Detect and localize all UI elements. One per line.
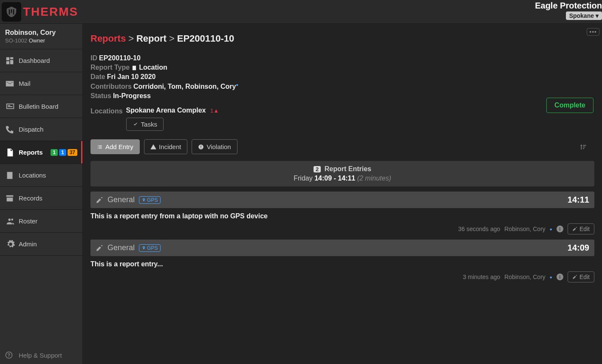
info-icon[interactable]: i (557, 274, 563, 280)
svg-rect-3 (201, 145, 201, 147)
caret-down-icon: ▾ (596, 12, 599, 19)
entries-count-badge: 2 (314, 166, 321, 172)
sidebar-item-label: Reports (19, 149, 51, 156)
sidebar-item-roster[interactable]: Roster (0, 210, 82, 233)
entry-time: 14:11 (568, 195, 589, 205)
sidebar-item-dispatch[interactable]: Dispatch (0, 118, 82, 141)
more-options-button[interactable]: ••• (587, 28, 599, 36)
entries-day: Friday (294, 175, 312, 182)
breadcrumb-mid: Report (136, 33, 167, 44)
admin-icon (5, 240, 19, 249)
edit-icon (572, 226, 577, 231)
mail-icon (5, 79, 19, 88)
locations-row: Locations Spokane Arena Complex 1▲ Tasks (83, 105, 602, 133)
entry-header[interactable]: General GPS 14:11 (90, 192, 594, 208)
breadcrumb-root[interactable]: Reports (90, 33, 126, 44)
sidebar-item-locations[interactable]: Locations (0, 164, 82, 187)
edit-entry-button[interactable]: Edit (568, 271, 594, 282)
records-icon (5, 194, 19, 203)
author-indicator-icon: ● (550, 227, 552, 231)
meta-label-status: Status (90, 92, 111, 99)
sidebar-item-reports[interactable]: Reports 1 1 37 (0, 141, 82, 164)
sidebar-item-dashboard[interactable]: Dashboard (0, 49, 82, 72)
entry-footer: 36 seconds ago Robinson, Cory● i Edit (90, 223, 594, 234)
svg-rect-4 (201, 148, 201, 148)
sidebar-item-label: Dispatch (19, 126, 77, 133)
pin-icon (142, 246, 146, 250)
compose-icon (96, 196, 103, 204)
entries-duration: (2 minutes) (357, 175, 391, 182)
location-dropdown[interactable]: Spokane ▾ (566, 11, 602, 20)
sidebar-item-label: Admin (19, 240, 77, 248)
reports-icon (5, 148, 19, 157)
compose-icon (96, 244, 103, 252)
badge-blue: 1 (59, 149, 66, 156)
meta-label-id: ID (90, 54, 97, 62)
meta-type: Location (139, 64, 167, 71)
brand-name: THERMS (23, 5, 78, 19)
sidebar-item-label: Bulletin Board (19, 103, 77, 110)
warning-icon (150, 144, 156, 150)
sidebar-item-admin[interactable]: Admin (0, 233, 82, 256)
dashboard-icon (5, 56, 19, 65)
entry-ago: 36 seconds ago (458, 226, 500, 232)
badge-green: 1 (51, 149, 58, 156)
sidebar-item-label: Locations (19, 172, 77, 179)
entry-type: General (107, 243, 135, 252)
exclamation-icon (198, 144, 204, 150)
entries-range: 14:09 - 14:11 (314, 175, 355, 182)
entry-ago: 3 minutes ago (463, 274, 500, 280)
entry-body: This is a report entry... (90, 256, 594, 268)
sort-button[interactable] (579, 143, 594, 151)
sidebar-item-label: Mail (19, 80, 77, 87)
info-icon[interactable]: i (557, 226, 563, 232)
list-icon (97, 144, 103, 150)
sidebar-item-records[interactable]: Records (0, 187, 82, 210)
sidebar-item-label: Dashboard (19, 57, 77, 64)
entry-header[interactable]: General GPS 14:09 (90, 240, 594, 256)
incident-button[interactable]: Incident (144, 139, 188, 154)
sidebar-item-label: Roster (19, 217, 77, 225)
complete-button[interactable]: Complete (546, 98, 594, 113)
edit-entry-button[interactable]: Edit (568, 223, 594, 234)
meta-status: In-Progress (113, 92, 151, 99)
locations-icon (5, 171, 19, 180)
sidebar-item-mail[interactable]: Mail (0, 72, 82, 95)
help-support-link[interactable]: ? Help & Support (0, 346, 82, 364)
user-box[interactable]: Robinson, Cory SO-1002 Owner (0, 24, 82, 49)
sidebar-item-bulletin-board[interactable]: Bulletin Board (0, 95, 82, 118)
meta-label-type: Report Type (90, 64, 130, 71)
meta-label-locations: Locations (90, 107, 123, 115)
meta-date: Fri Jan 10 2020 (107, 73, 156, 80)
entry-type: General (107, 195, 135, 204)
bulletin-icon (5, 102, 19, 111)
add-entry-button[interactable]: Add Entry (90, 139, 140, 154)
sidebar: Robinson, Cory SO-1002 Owner Dashboard M… (0, 24, 83, 364)
gps-badge[interactable]: GPS (139, 244, 161, 252)
building-icon (131, 64, 137, 71)
edit-icon (572, 274, 577, 279)
gps-badge[interactable]: GPS (139, 196, 161, 204)
sidebar-item-label: Records (19, 195, 77, 202)
breadcrumb-sep: > (169, 33, 175, 44)
roster-icon (5, 217, 19, 226)
entry-author: Robinson, Cory (504, 226, 545, 232)
entry-body: This is a report entry from a laptop wit… (90, 208, 594, 220)
breadcrumb-sep: > (128, 33, 134, 44)
check-icon (133, 121, 138, 127)
tasks-button[interactable]: Tasks (126, 118, 164, 131)
violation-button[interactable]: Violation (192, 139, 237, 154)
org-name: Eagle Protection (535, 1, 602, 11)
meta-label-date: Date (90, 73, 105, 80)
entry-time: 14:09 (568, 243, 589, 253)
report-entry: General GPS 14:09 This is a report entry… (90, 240, 594, 282)
location-label: Spokane (569, 12, 594, 19)
help-icon: ? (5, 351, 19, 359)
svg-text:?: ? (8, 353, 10, 358)
report-entry: General GPS 14:11 This is a report entry… (90, 192, 594, 234)
meta-label-contrib: Contributors (90, 83, 132, 90)
breadcrumb-leaf: EP200110-10 (177, 33, 235, 44)
author-indicator-icon: ● (550, 275, 552, 279)
location-name[interactable]: Spokane Arena Complex (126, 107, 206, 114)
org-area: Eagle Protection Spokane ▾ (535, 1, 602, 20)
